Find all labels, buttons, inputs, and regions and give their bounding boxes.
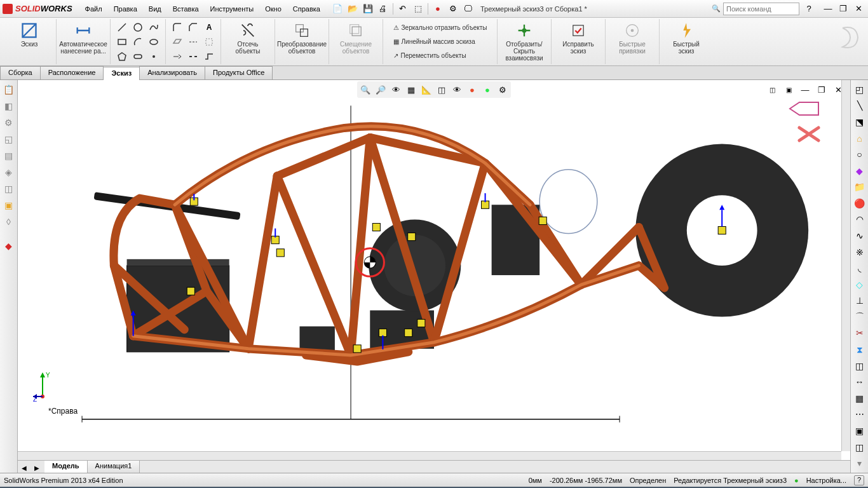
rt-rgb-button[interactable]: 🔴 — [853, 196, 867, 210]
open-button[interactable]: 📂 — [346, 2, 360, 16]
spline-button[interactable] — [146, 20, 161, 34]
menu-window[interactable]: Окно — [260, 3, 287, 15]
rt-point-button[interactable]: ※ — [853, 245, 867, 259]
rt-offset-button[interactable]: ◫ — [853, 359, 867, 373]
sketch-button[interactable]: Эскиз — [6, 20, 52, 49]
tab-evaluate[interactable]: Анализировать — [139, 66, 205, 79]
rapid-sketch-button[interactable]: Быстрый эскиз — [663, 20, 709, 56]
rt-perp-button[interactable]: ⊥ — [853, 294, 867, 308]
unknown-button[interactable]: ◈ — [2, 165, 16, 179]
circle-button[interactable] — [130, 20, 146, 34]
split-button[interactable] — [186, 50, 201, 64]
rt-home-button[interactable]: ⌂ — [853, 132, 867, 146]
jog-button[interactable] — [201, 50, 217, 64]
tab-next-button[interactable]: ▶ — [31, 461, 43, 473]
polygon-button[interactable] — [114, 50, 130, 64]
rt-pattern-button[interactable]: ▦ — [853, 391, 867, 405]
vp-link-button[interactable]: ▣ — [782, 83, 796, 97]
display-button[interactable]: ◱ — [2, 132, 16, 146]
rt-arc-button[interactable]: ◠ — [853, 213, 867, 227]
tab-office[interactable]: Продукты Office — [205, 66, 273, 79]
appearance-button[interactable]: ◆ — [2, 239, 16, 253]
view-triad[interactable]: Y Z — [33, 371, 65, 403]
menu-view[interactable]: Вид — [144, 3, 166, 15]
chamfer-button[interactable] — [186, 20, 201, 34]
vp-close-button[interactable]: ✕ — [831, 83, 845, 97]
plane-button[interactable] — [170, 35, 185, 49]
construction-button[interactable] — [201, 35, 217, 49]
menu-help[interactable]: Справка — [288, 3, 325, 15]
section-button[interactable]: ▦ — [404, 83, 418, 97]
fillet-button[interactable] — [170, 20, 185, 34]
feature-tree-button[interactable]: 📋 — [2, 83, 16, 97]
search-input[interactable] — [723, 3, 799, 15]
view-orient-button[interactable]: 📐 — [419, 83, 433, 97]
undo-button[interactable]: ↶ — [396, 2, 410, 16]
arc-button[interactable] — [130, 35, 146, 49]
close-button[interactable]: ✕ — [851, 2, 865, 16]
menu-tools[interactable]: Инструменты — [205, 3, 259, 15]
move-button[interactable]: ↗Переместить объекты — [391, 51, 490, 60]
rt-line-button[interactable]: ╲ — [853, 99, 867, 113]
trim-button[interactable]: Отсечь объекты — [225, 20, 271, 56]
unknown2-button[interactable]: ◫ — [2, 182, 16, 196]
rebuild-button[interactable]: ● — [431, 2, 445, 16]
show-relations-button[interactable]: Отобразить/Скрыть взаимосвязи — [501, 20, 547, 63]
maximize-button[interactable]: ❐ — [836, 2, 850, 16]
rectangle-button[interactable] — [114, 35, 130, 49]
view-settings-button[interactable]: ⚙ — [496, 83, 510, 97]
rt-tangent-button[interactable]: ⌒ — [853, 310, 867, 324]
minimize-button[interactable]: — — [821, 2, 835, 16]
rt-folder-button[interactable]: 📁 — [853, 180, 867, 194]
status-customize[interactable]: Настройка... — [806, 477, 846, 484]
options-button[interactable]: ⚙ — [446, 2, 460, 16]
horizontal-scrollbar[interactable] — [18, 451, 841, 460]
rt-select-button[interactable]: ◰ — [853, 83, 867, 97]
help-button[interactable]: ? — [802, 2, 816, 16]
rt-square-button[interactable]: ◇ — [853, 278, 867, 292]
rt-extra-button[interactable]: ◫ — [853, 440, 867, 454]
rt-fillet-button[interactable]: ◟ — [853, 261, 867, 275]
unknown3-button[interactable]: ▣ — [2, 198, 16, 212]
hide-show-button[interactable]: 👁 — [450, 83, 464, 97]
vp-minimize-button[interactable]: — — [798, 83, 812, 97]
vp-maximize-button[interactable]: ❐ — [815, 83, 829, 97]
print-button[interactable]: 🖨 — [376, 2, 390, 16]
slot-button[interactable] — [130, 50, 146, 64]
screen-button[interactable]: 🖵 — [461, 2, 475, 16]
apply-scene-button[interactable]: ● — [480, 83, 494, 97]
rt-close-button[interactable]: ▣ — [853, 424, 867, 438]
rt-corner-button[interactable]: ⬔ — [853, 115, 867, 129]
status-help[interactable]: ? — [854, 475, 864, 485]
tab-assembly[interactable]: Сборка — [0, 66, 41, 79]
tab-layout[interactable]: Расположение — [40, 66, 104, 79]
ellipse-button[interactable] — [146, 35, 161, 49]
zoom-fit-button[interactable]: 🔍 — [358, 83, 372, 97]
appearance-scene-button[interactable]: ● — [465, 83, 479, 97]
centerline-button[interactable] — [186, 35, 201, 49]
vertical-scrollbar[interactable] — [841, 80, 850, 451]
repair-button[interactable]: Исправить эскиз — [555, 20, 601, 56]
rt-more-button[interactable]: ⋯ — [853, 408, 867, 422]
mirror-button[interactable]: ⚠Зеркально отразить объекты — [391, 23, 490, 32]
save-button[interactable]: 💾 — [361, 2, 375, 16]
rt-spline-button[interactable]: ∿ — [853, 229, 867, 243]
rt-dim-button[interactable]: ↔ — [853, 375, 867, 389]
tab-sketch[interactable]: Эскиз — [103, 67, 140, 80]
menu-edit[interactable]: Правка — [109, 3, 142, 15]
line-button[interactable] — [114, 20, 130, 34]
sketch-confirm-corner[interactable] — [787, 99, 825, 144]
display-style-button[interactable]: ◫ — [435, 83, 449, 97]
layer-button[interactable]: ▤ — [2, 149, 16, 163]
viewport[interactable]: Y Z *Справа ◀▶ Модель Анимация1 — [18, 80, 850, 473]
smart-dimension-button[interactable]: Автоматическое нанесение ра... — [60, 20, 106, 56]
property-button[interactable]: ◧ — [2, 99, 16, 113]
rt-trim-button[interactable]: ✂ — [853, 327, 867, 341]
offset-button[interactable]: Смещение объектов — [333, 20, 379, 56]
rt-down-button[interactable]: ▾ — [853, 456, 867, 470]
select-button[interactable]: ⬚ — [411, 2, 425, 16]
point-button[interactable] — [146, 50, 161, 64]
text-button[interactable]: A — [201, 20, 217, 34]
rt-mirror-button[interactable]: ⧗ — [853, 342, 867, 356]
new-button[interactable]: 📄 — [330, 2, 344, 16]
